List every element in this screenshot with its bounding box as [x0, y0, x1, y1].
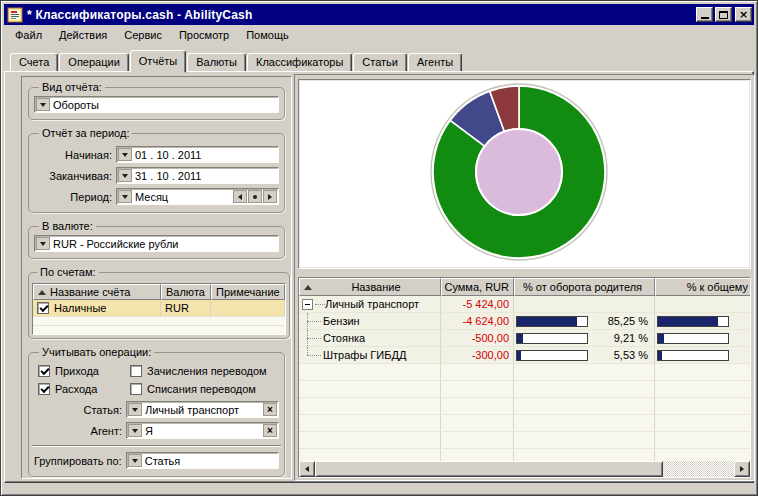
dropdown-arrow-icon[interactable]	[118, 148, 132, 161]
dropdown-arrow-icon[interactable]	[128, 424, 142, 437]
percent-bar	[657, 333, 729, 344]
chart-panel	[298, 79, 751, 269]
dropdown-arrow-icon[interactable]	[118, 190, 132, 203]
reports-tab-page: Вид отчёта: Обороты Отчёт за период: Нач…	[4, 71, 754, 483]
row-total-pct	[655, 347, 750, 363]
clear-article-button[interactable]: ×	[263, 403, 277, 416]
row-name: Стоянка	[315, 332, 365, 344]
report-type-value: Обороты	[53, 99, 277, 111]
table-row[interactable]: Штрафы ГИБДД -300,00 5,53 %	[299, 347, 750, 364]
period-step-label: Период:	[34, 191, 116, 203]
accounts-table-header: Название счёта Валюта Примечание	[33, 284, 285, 300]
percent-bar	[516, 333, 588, 344]
accounts-col-name[interactable]: Название счёта	[33, 284, 161, 300]
row-parent-pct: 9,21 %	[514, 330, 655, 346]
horizontal-scrollbar[interactable]	[299, 461, 750, 477]
report-settings-panel: Вид отчёта: Обороты Отчёт за период: Нач…	[21, 76, 292, 479]
col-total-pct-header[interactable]: % к общему	[655, 278, 751, 296]
current-period-button[interactable]	[248, 190, 262, 203]
table-row[interactable]: Личный транспорт -5 424,00	[299, 296, 750, 313]
article-combo[interactable]: Личный транспорт ×	[126, 401, 279, 418]
title-bar[interactable]: * Классификаторы.cash - AbilityCash ×	[4, 4, 754, 25]
income-check[interactable]: Прихода	[38, 365, 130, 377]
tab-accounts[interactable]: Счета	[10, 53, 58, 72]
tab-currencies[interactable]: Валюты	[187, 53, 246, 72]
app-icon	[7, 7, 23, 23]
transfer-out-checkbox[interactable]	[130, 383, 142, 395]
dropdown-arrow-icon[interactable]	[128, 403, 142, 416]
table-row[interactable]: Бензин -4 624,00 85,25 %	[299, 313, 750, 330]
clear-agent-button[interactable]: ×	[263, 424, 277, 437]
dropdown-arrow-icon[interactable]	[128, 454, 142, 467]
col-sum-header[interactable]: Сумма, RUR	[441, 278, 514, 296]
next-period-button[interactable]	[263, 190, 277, 203]
start-date-label: Начиная:	[34, 149, 116, 161]
menu-file[interactable]: Файл	[10, 27, 47, 43]
period-step-combo[interactable]: Месяц	[116, 188, 279, 205]
accounts-col-note[interactable]: Примечание	[211, 284, 285, 300]
accounts-col-currency[interactable]: Валюта	[161, 284, 211, 300]
row-sum: -4 624,00	[441, 313, 514, 329]
currency-combo[interactable]: RUR - Российские рубли	[34, 235, 279, 252]
empty-row	[299, 381, 750, 398]
dropdown-arrow-icon[interactable]	[36, 237, 50, 250]
account-row[interactable]: Наличные RUR	[33, 300, 285, 316]
close-button[interactable]: ×	[735, 7, 752, 22]
report-type-combo[interactable]: Обороты	[34, 96, 279, 113]
collapse-expander-icon[interactable]	[302, 299, 313, 310]
minimize-icon	[701, 17, 709, 19]
menu-actions[interactable]: Действия	[54, 27, 112, 43]
accounts-empty-row	[33, 316, 285, 325]
row-parent-pct	[514, 296, 655, 312]
tab-classifiers[interactable]: Классификаторы	[247, 53, 352, 72]
tab-reports[interactable]: Отчёты	[130, 50, 186, 73]
accounts-empty-row	[33, 325, 285, 334]
row-total-pct	[655, 313, 750, 329]
transfer-out-check[interactable]: Списания переводом	[130, 383, 279, 395]
col-name-header[interactable]: Название	[299, 278, 441, 296]
menu-bar: Файл Действия Сервис Просмотр Помощь	[4, 25, 754, 45]
row-name: Личный транспорт	[325, 298, 419, 310]
separator	[32, 445, 281, 447]
maximize-button[interactable]	[715, 7, 732, 22]
operations-group: Учитывать операции: Прихода Зачисления п…	[28, 346, 285, 477]
scroll-left-button[interactable]	[299, 461, 315, 477]
scrollbar-thumb[interactable]	[315, 461, 663, 477]
agent-combo[interactable]: Я ×	[126, 422, 279, 439]
empty-row	[299, 415, 750, 432]
expense-check[interactable]: Расхода	[38, 383, 130, 395]
scrollbar-track[interactable]	[663, 461, 734, 477]
sort-asc-icon	[38, 290, 46, 295]
period-step-value: Месяц	[135, 191, 233, 203]
currency-group: В валюте: RUR - Российские рубли	[28, 220, 285, 259]
percent-bar	[516, 350, 588, 361]
report-table-body: Личный транспорт -5 424,00 Бензин -4 624…	[299, 296, 750, 461]
table-row[interactable]: Стоянка -500,00 9,21 %	[299, 330, 750, 347]
menu-view[interactable]: Просмотр	[174, 27, 234, 43]
transfer-in-check[interactable]: Зачисления переводом	[130, 365, 279, 377]
prev-period-button[interactable]	[233, 190, 247, 203]
sort-asc-icon	[304, 285, 312, 290]
menu-service[interactable]: Сервис	[119, 27, 167, 43]
row-sum: -5 424,00	[441, 296, 514, 312]
minimize-button[interactable]	[696, 7, 713, 22]
account-checkbox[interactable]	[37, 302, 49, 314]
row-parent-pct: 5,53 %	[514, 347, 655, 363]
tab-operations[interactable]: Операции	[59, 53, 128, 72]
transfer-in-checkbox[interactable]	[130, 365, 142, 377]
income-checkbox[interactable]	[38, 365, 50, 377]
group-by-combo[interactable]: Статья	[126, 452, 279, 469]
expense-checkbox[interactable]	[38, 383, 50, 395]
end-date-field[interactable]: 31 . 10 . 2011	[116, 167, 279, 184]
tab-articles[interactable]: Статьи	[353, 53, 407, 72]
start-date-field[interactable]: 01 . 10 . 2011	[116, 146, 279, 163]
tab-agents[interactable]: Агенты	[408, 53, 462, 72]
col-parent-pct-header[interactable]: % от оборота родителя	[514, 278, 655, 296]
app-window: * Классификаторы.cash - AbilityCash × Фа…	[0, 0, 758, 496]
menu-help[interactable]: Помощь	[241, 27, 294, 43]
end-date-label: Заканчивая:	[34, 170, 116, 182]
report-type-legend: Вид отчёта:	[39, 81, 105, 93]
dropdown-arrow-icon[interactable]	[118, 169, 132, 182]
dropdown-arrow-icon[interactable]	[36, 98, 50, 111]
scroll-right-button[interactable]	[734, 461, 750, 477]
